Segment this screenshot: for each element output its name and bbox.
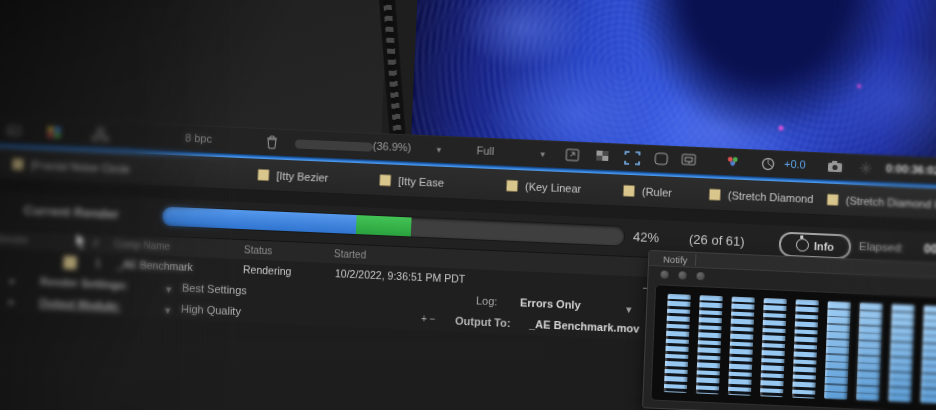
tab-ruler[interactable]: (Ruler xyxy=(622,175,672,208)
tab-key-linear[interactable]: (Key Linear xyxy=(505,170,581,204)
trash-icon[interactable] xyxy=(263,134,282,151)
project-panel-scrollbar[interactable] xyxy=(295,139,373,151)
channel-rgb-icon[interactable] xyxy=(724,154,743,171)
resolution-dropdown[interactable]: Full xyxy=(476,144,494,157)
output-module-value[interactable]: High Quality xyxy=(181,303,242,318)
interpret-footage-icon[interactable] xyxy=(5,123,24,140)
log-dropdown[interactable]: Errors Only xyxy=(520,296,581,311)
header-started[interactable]: Started xyxy=(334,248,367,260)
item-number: 1 xyxy=(95,257,101,269)
label-swatch xyxy=(827,193,839,206)
output-to-value[interactable]: _AE Benchmark.mov xyxy=(529,318,640,335)
show-snapshot-icon[interactable] xyxy=(858,160,877,177)
tab-stretch-diamond[interactable]: (Stretch Diamond xyxy=(708,178,814,214)
elapsed-label: Elapsed: xyxy=(859,240,904,254)
meter-column xyxy=(920,305,936,404)
timecode-display[interactable]: 0:00:36:02 xyxy=(886,162,936,176)
frame-count: (26 of 61) xyxy=(689,232,745,249)
exposure-value[interactable]: +0.0 xyxy=(784,158,806,171)
meter-column xyxy=(856,302,883,401)
render-settings-label[interactable]: Render Settings: xyxy=(40,275,129,291)
region-of-interest-icon[interactable] xyxy=(680,152,699,169)
label-swatch xyxy=(709,188,721,201)
log-label: Log: xyxy=(476,294,498,307)
transparency-grid-icon[interactable] xyxy=(594,148,613,165)
label-swatch xyxy=(506,179,519,192)
snapshot-camera-icon[interactable] xyxy=(826,159,845,176)
magenta-dot xyxy=(778,125,783,130)
window-dot-icon[interactable] xyxy=(660,270,668,278)
tab-label: (Stretch Diamond xyxy=(728,189,814,205)
render-settings-value[interactable]: Best Settings xyxy=(182,282,247,297)
output-to-label[interactable]: Output To: xyxy=(455,315,511,329)
render-checkbox[interactable] xyxy=(63,255,78,270)
label-swatch xyxy=(379,174,392,186)
header-render[interactable]: Render xyxy=(0,233,29,245)
window-dot-icon[interactable] xyxy=(696,272,704,280)
twirl-icon[interactable]: ▸ xyxy=(9,295,15,308)
window-dot-icon[interactable] xyxy=(678,271,686,279)
tab-itty-bezier[interactable]: [Itty Bezier xyxy=(257,159,329,193)
magnification-dropdown[interactable]: (36.9%) xyxy=(373,140,412,154)
label-swatch xyxy=(257,168,270,180)
chevron-down-icon[interactable]: ▾ xyxy=(626,303,632,316)
chevron-down-icon[interactable]: ▾ xyxy=(165,304,171,317)
progress-green xyxy=(356,215,412,236)
notify-panel: Notify xyxy=(642,250,936,410)
mouse-cursor xyxy=(74,232,91,253)
output-module-label[interactable]: Output Module: xyxy=(39,296,121,312)
tab-label: (Ruler xyxy=(642,185,672,198)
progress-fill xyxy=(162,207,357,234)
item-started: 10/2/2022, 9:36:51 PM PDT xyxy=(335,267,466,285)
after-effects-window: 8 bpc (36.9%) ▾ Full ▾ +0.0 0:00:36:02 xyxy=(0,0,936,410)
chevron-down-icon[interactable]: ▾ xyxy=(436,145,441,155)
tab-stretch-diamond-hex[interactable]: (Stretch Diamond Hex xyxy=(826,184,936,221)
meter-column xyxy=(760,298,787,397)
bit-depth-label[interactable]: 8 bpc xyxy=(185,132,212,145)
meter-column xyxy=(824,301,851,400)
tab-fractal-noise-circle[interactable]: [Fractal Noise Circle xyxy=(11,148,130,184)
progress-percent: 42% xyxy=(633,229,660,245)
elapsed-value: 00:00:38 xyxy=(924,242,936,258)
output-plus-minus[interactable]: + − xyxy=(421,313,436,325)
chevron-down-icon[interactable]: ▾ xyxy=(540,149,545,159)
chevron-down-icon[interactable]: ▾ xyxy=(166,283,172,296)
meter-column xyxy=(696,295,723,394)
roi-icon[interactable] xyxy=(623,150,642,167)
tab-label: (Stretch Diamond Hex xyxy=(846,194,936,211)
tab-label: (Key Linear xyxy=(525,180,582,194)
header-comp-name[interactable]: Comp Name xyxy=(114,239,171,252)
meter-column xyxy=(888,304,915,403)
tab-label: [Itty Bezier xyxy=(276,169,328,183)
meter-column xyxy=(792,299,819,398)
flowchart-icon[interactable] xyxy=(91,127,110,144)
tab-itty-ease[interactable]: [Itty Ease xyxy=(379,164,445,198)
item-comp-name[interactable]: _AE Benchmark xyxy=(117,258,193,273)
mask-toggle-icon[interactable] xyxy=(652,151,671,168)
label-swatch xyxy=(623,184,635,197)
meter-column xyxy=(664,294,691,393)
magenta-dot xyxy=(857,84,861,88)
project-panel xyxy=(0,0,390,133)
stopwatch-icon xyxy=(796,238,810,252)
notify-tab[interactable]: Notify xyxy=(655,252,697,266)
current-render-label: Current Render xyxy=(23,203,119,222)
color-swatches-icon[interactable] xyxy=(45,125,64,142)
header-status[interactable]: Status xyxy=(244,244,273,256)
label-swatch xyxy=(12,158,25,170)
tab-label: [Fractal Noise Circle xyxy=(31,158,130,174)
tab-label: [Itty Ease xyxy=(398,174,444,188)
info-button-label: Info xyxy=(814,240,835,253)
meter-column xyxy=(728,297,755,396)
zoom-region-icon[interactable] xyxy=(564,147,583,164)
header-number[interactable]: # xyxy=(93,238,99,249)
audio-meter-box xyxy=(650,284,936,410)
item-status: Rendering xyxy=(243,263,292,277)
twirl-icon[interactable]: ▸ xyxy=(10,274,16,287)
exposure-shutter-icon[interactable] xyxy=(760,156,779,173)
